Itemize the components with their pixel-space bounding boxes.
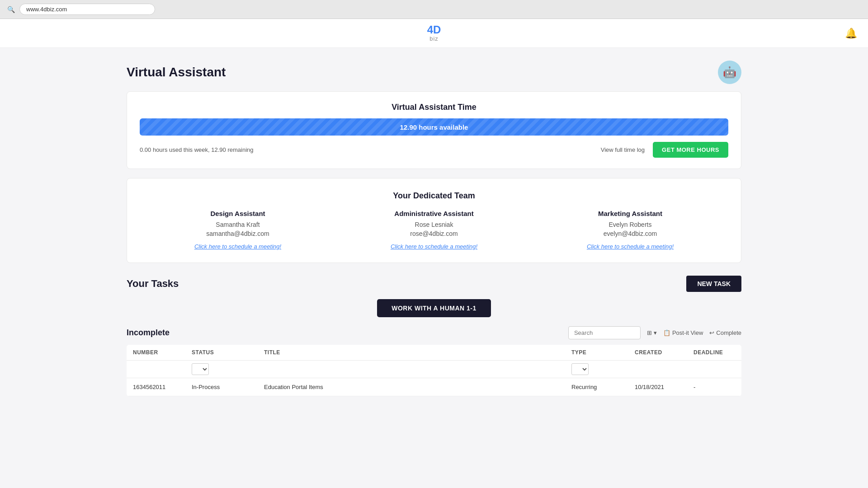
col-header-created: CREATED <box>628 345 687 361</box>
va-time-footer: 0.00 hours used this week, 12.90 remaini… <box>140 142 728 158</box>
col-header-number: NUMBER <box>127 345 185 361</box>
view-toggle-button[interactable]: ⊞ ▾ <box>647 329 657 336</box>
hours-used-text: 0.00 hours used this week, 12.90 remaini… <box>140 146 254 153</box>
nav-logo: 4D biz <box>427 24 441 42</box>
admin-email: rose@4dbiz.com <box>345 230 523 237</box>
table-header-row: NUMBER STATUS TITLE TYPE CREATED DEADLIN… <box>127 345 741 361</box>
task-controls: ⊞ ▾ 📋 Post-it View ↩ Complete <box>568 326 741 339</box>
admin-schedule-link[interactable]: Click here to schedule a meeting! <box>391 243 477 250</box>
type-filter-select[interactable] <box>571 363 589 375</box>
search-input[interactable] <box>568 326 641 339</box>
filter-created <box>628 361 687 378</box>
design-role: Design Assistant <box>149 210 327 217</box>
col-header-title: TITLE <box>258 345 565 361</box>
col-header-type: TYPE <box>565 345 628 361</box>
va-footer-right: View full time log GET MORE HOURS <box>601 142 728 158</box>
team-member-marketing: Marketing Assistant Evelyn Roberts evely… <box>532 210 728 250</box>
task-title: Education Portal Items <box>258 378 565 396</box>
dedicated-team-card: Your Dedicated Team Design Assistant Sam… <box>127 178 741 263</box>
grid-toggle-chevron: ▾ <box>654 329 657 336</box>
incomplete-title: Incomplete <box>127 328 170 338</box>
task-created: 10/18/2021 <box>628 378 687 396</box>
va-header: Virtual Assistant 🤖 <box>127 61 741 84</box>
new-task-button[interactable]: NEW TASK <box>686 276 741 292</box>
team-member-design: Design Assistant Samantha Kraft samantha… <box>140 210 336 250</box>
filter-deadline <box>687 361 741 378</box>
progress-bar: 12.90 hours available <box>140 118 728 136</box>
filter-number <box>127 361 185 378</box>
incomplete-header-row: Incomplete ⊞ ▾ 📋 Post-it View ↩ Complete <box>127 326 741 339</box>
tasks-title: Your Tasks <box>127 278 179 290</box>
post-it-label: Post-it View <box>672 329 703 336</box>
task-number: 1634562011 <box>127 378 185 396</box>
filter-status[interactable] <box>185 361 258 378</box>
va-title: Virtual Assistant <box>127 65 226 80</box>
url-bar[interactable]: www.4dbiz.com <box>19 4 155 15</box>
design-schedule-link[interactable]: Click here to schedule a meeting! <box>194 243 281 250</box>
task-status: In-Process <box>185 378 258 396</box>
marketing-schedule-link[interactable]: Click here to schedule a meeting! <box>587 243 674 250</box>
filter-type[interactable] <box>565 361 628 378</box>
view-time-log-link[interactable]: View full time log <box>601 146 645 153</box>
notification-bell-icon[interactable]: 🔔 <box>845 28 857 39</box>
top-nav: 4D biz 🔔 <box>0 19 868 48</box>
status-filter-select[interactable] <box>192 363 209 375</box>
table-row[interactable]: 1634562011 In-Process Education Portal I… <box>127 378 741 396</box>
col-header-status: STATUS <box>185 345 258 361</box>
browser-search-icon: 🔍 <box>7 6 15 13</box>
post-it-icon: 📋 <box>663 329 670 336</box>
design-name: Samantha Kraft <box>149 221 327 228</box>
task-type: Recurring <box>565 378 628 396</box>
va-time-card: Virtual Assistant Time 12.90 hours avail… <box>127 91 741 169</box>
admin-role: Administrative Assistant <box>345 210 523 217</box>
tasks-table: NUMBER STATUS TITLE TYPE CREATED DEADLIN… <box>127 345 741 396</box>
grid-icon: ⊞ <box>647 329 652 336</box>
complete-label: Complete <box>716 329 741 336</box>
marketing-role: Marketing Assistant <box>541 210 719 217</box>
va-time-heading: Virtual Assistant Time <box>140 103 728 112</box>
marketing-name: Evelyn Roberts <box>541 221 719 228</box>
work-human-button[interactable]: WORK WITH A HUMAN 1-1 <box>377 299 491 317</box>
filter-title <box>258 361 565 378</box>
get-more-hours-button[interactable]: GET MORE HOURS <box>653 142 728 158</box>
browser-chrome: 🔍 www.4dbiz.com <box>0 0 868 19</box>
design-email: samantha@4dbiz.com <box>149 230 327 237</box>
complete-icon: ↩ <box>709 329 714 336</box>
main-content: Virtual Assistant 🤖 Virtual Assistant Ti… <box>108 48 760 409</box>
va-avatar: 🤖 <box>718 61 741 84</box>
logo-4d-text: 4D <box>427 24 441 35</box>
task-deadline: - <box>687 378 741 396</box>
logo-biz-text: biz <box>429 35 439 42</box>
team-member-admin: Administrative Assistant Rose Lesniak ro… <box>336 210 532 250</box>
post-it-view-button[interactable]: 📋 Post-it View <box>663 329 703 336</box>
progress-bar-text: 12.90 hours available <box>400 123 468 131</box>
filter-row <box>127 361 741 378</box>
admin-name: Rose Lesniak <box>345 221 523 228</box>
col-header-deadline: DEADLINE <box>687 345 741 361</box>
tasks-header: Your Tasks NEW TASK <box>127 276 741 292</box>
marketing-email: evelyn@4dbiz.com <box>541 230 719 237</box>
work-human-banner: WORK WITH A HUMAN 1-1 <box>127 299 741 317</box>
complete-button[interactable]: ↩ Complete <box>709 329 741 336</box>
team-grid: Design Assistant Samantha Kraft samantha… <box>140 210 728 250</box>
team-heading: Your Dedicated Team <box>140 191 728 201</box>
